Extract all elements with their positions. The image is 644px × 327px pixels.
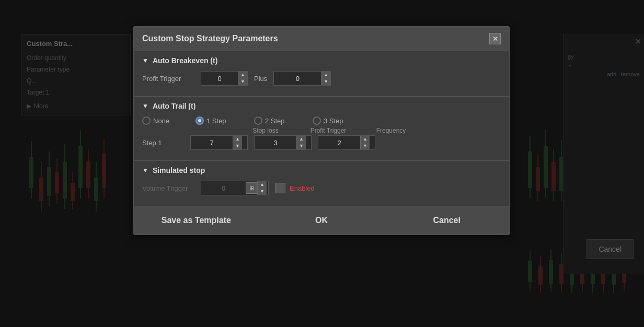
profit-trigger-down[interactable]: ▼ xyxy=(238,78,247,85)
step1-stoploss-spinners: ▲ ▼ xyxy=(233,136,242,149)
radio-none-circle xyxy=(142,116,151,125)
step1-freq-input: ▲ ▼ xyxy=(318,135,375,150)
step1-freq-value[interactable] xyxy=(318,139,360,147)
trail-title: Auto Trail (t) xyxy=(153,102,196,110)
volume-trigger-value[interactable] xyxy=(201,184,246,192)
step1-stoploss-input: ▲ ▼ xyxy=(190,135,248,150)
trail-collapse-icon[interactable]: ▼ xyxy=(142,102,148,110)
radio-2step-circle xyxy=(254,116,262,125)
trail-radio-row: None 1 Step 2 Step 3 Step xyxy=(142,116,501,125)
enabled-label: Enabled xyxy=(290,184,315,192)
dialog-title: Custom Stop Strategy Parameters xyxy=(142,34,278,43)
volume-trigger-input: ⊞ ▲ ▼ xyxy=(201,181,269,195)
step1-profit-spinners: ▲ ▼ xyxy=(296,136,306,149)
dialog-close-button[interactable]: ✕ xyxy=(489,33,501,44)
radio-none[interactable]: None xyxy=(142,116,189,125)
enabled-toggle-wrapper: Enabled xyxy=(275,183,315,193)
radio-2step-label: 2 Step xyxy=(265,117,285,125)
radio-2step[interactable]: 2 Step xyxy=(254,116,306,125)
breakeven-title: Auto Breakeven (t) xyxy=(153,56,217,65)
radio-1step-circle xyxy=(196,116,204,125)
radio-3step[interactable]: 3 Step xyxy=(313,116,343,125)
simulated-stop-section: ▼ Simulated stop Volume Trigger ⊞ ▲ ▼ xyxy=(134,161,509,206)
auto-breakeven-section: ▼ Auto Breakeven (t) Profit Trigger ▲ ▼ … xyxy=(134,51,509,97)
profit-trigger-spinners: ▲ ▼ xyxy=(238,72,247,85)
dialog-footer: Save as Template OK Cancel xyxy=(134,206,509,235)
col-header-stoploss: Stop loss xyxy=(234,127,297,134)
dialog-header: Custom Stop Strategy Parameters ✕ xyxy=(134,27,509,51)
dialog-body: ▼ Auto Breakeven (t) Profit Trigger ▲ ▼ … xyxy=(134,51,509,206)
profit-trigger-input: ▲ ▼ xyxy=(201,71,248,86)
step1-row: Step 1 ▲ ▼ ▲ ▼ xyxy=(142,135,501,150)
step1-freq-spinners: ▲ ▼ xyxy=(360,136,370,149)
save-template-button[interactable]: Save as Template xyxy=(134,206,259,235)
profit-trigger-up[interactable]: ▲ xyxy=(238,72,247,78)
auto-breakeven-header: ▼ Auto Breakeven (t) xyxy=(142,56,501,65)
custom-stop-dialog: Custom Stop Strategy Parameters ✕ ▼ Auto… xyxy=(133,26,510,235)
col-headers-row: Stop loss Profit Trigger Frequency xyxy=(234,127,501,134)
step1-profit-input: ▲ ▼ xyxy=(254,135,312,150)
plus-up[interactable]: ▲ xyxy=(321,72,330,78)
step1-stoploss-up[interactable]: ▲ xyxy=(233,136,242,143)
simstop-collapse-icon[interactable]: ▼ xyxy=(142,167,148,174)
radio-1step[interactable]: 1 Step xyxy=(196,116,248,125)
volume-trigger-up[interactable]: ▲ xyxy=(257,181,267,188)
ok-button[interactable]: OK xyxy=(259,206,385,235)
step1-profit-up[interactable]: ▲ xyxy=(296,136,306,143)
step1-freq-down[interactable]: ▼ xyxy=(360,143,370,149)
col-header-profit: Profit Trigger xyxy=(297,127,360,134)
profit-trigger-label: Profit Trigger xyxy=(142,75,194,83)
enabled-checkbox[interactable] xyxy=(275,183,285,193)
breakeven-collapse-icon[interactable]: ▼ xyxy=(142,57,148,64)
col-header-freq: Frequency xyxy=(360,127,422,134)
step1-label: Step 1 xyxy=(142,139,184,147)
step1-profit-value[interactable] xyxy=(255,139,296,147)
radio-3step-label: 3 Step xyxy=(324,117,343,125)
plus-spinners: ▲ ▼ xyxy=(321,72,330,85)
volume-trigger-row: Volume Trigger ⊞ ▲ ▼ Enabled xyxy=(142,181,501,195)
volume-trigger-down[interactable]: ▼ xyxy=(257,188,267,195)
radio-3step-circle xyxy=(313,116,321,125)
profit-trigger-value[interactable] xyxy=(201,75,238,83)
profit-trigger-row: Profit Trigger ▲ ▼ Plus ▲ ▼ xyxy=(142,71,501,86)
auto-trail-section: ▼ Auto Trail (t) None 1 Step 2 Step xyxy=(134,97,509,161)
volume-trigger-label: Volume Trigger xyxy=(142,184,194,192)
step1-stoploss-down[interactable]: ▼ xyxy=(233,143,242,149)
radio-none-label: None xyxy=(153,117,169,125)
plus-label: Plus xyxy=(254,75,267,83)
step1-profit-down[interactable]: ▼ xyxy=(296,143,306,149)
plus-value[interactable] xyxy=(274,75,321,83)
plus-down[interactable]: ▼ xyxy=(321,78,330,85)
plus-input: ▲ ▼ xyxy=(273,71,331,86)
volume-trigger-spinners: ▲ ▼ xyxy=(257,181,267,195)
radio-1step-label: 1 Step xyxy=(206,117,226,125)
simstop-title: Simulated stop xyxy=(153,166,205,174)
simulated-stop-header: ▼ Simulated stop xyxy=(142,166,501,174)
calculator-icon[interactable]: ⊞ xyxy=(246,182,257,194)
step1-freq-up[interactable]: ▲ xyxy=(360,136,370,143)
step1-stoploss-value[interactable] xyxy=(191,139,233,147)
cancel-button[interactable]: Cancel xyxy=(384,206,509,235)
auto-trail-header: ▼ Auto Trail (t) xyxy=(142,102,501,110)
